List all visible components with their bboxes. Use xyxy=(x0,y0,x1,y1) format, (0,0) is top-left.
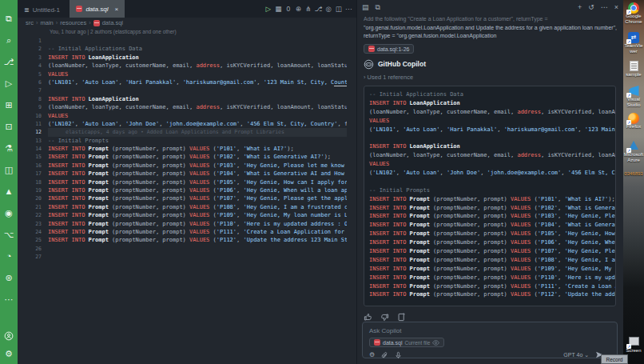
connection-icon[interactable]: 0 xyxy=(284,2,293,15)
settings-gear-icon[interactable]: ⚙ xyxy=(369,351,375,359)
teamviewer-shortcut[interactable]: ⇄↗TeamViewer xyxy=(623,32,644,54)
new-chat-icon[interactable]: + xyxy=(578,0,582,14)
code-line[interactable]: INSERT INTO Prompt (promptNumber, prompt… xyxy=(48,220,350,228)
code-line[interactable]: INSERT INTO Prompt (promptNumber, prompt… xyxy=(48,145,350,153)
line-number: 14 xyxy=(18,145,42,153)
more-views-icon[interactable]: ⋯ xyxy=(0,292,18,306)
tab-data-sql[interactable]: data.sql × xyxy=(70,0,125,18)
response-code-block[interactable]: -- Initial Applications DataINSERT INTO … xyxy=(364,86,616,306)
code-line[interactable]: ('LN102', 'Auto Loan', 'John Doe', 'john… xyxy=(48,120,350,128)
share-icon[interactable]: ⋔ xyxy=(304,2,313,15)
chat-input-box[interactable]: Ask Copilot data.sql Current file ⚙ xyxy=(362,322,618,358)
run-and-debug-icon[interactable]: ▷ xyxy=(0,76,18,90)
code-line[interactable] xyxy=(48,86,350,94)
google-chrome-shortcut[interactable]: ↗Google Chrome xyxy=(623,2,644,25)
gitlens-authors-codelens[interactable]: You, 1 hour ago | 2 authors (elasticapps… xyxy=(50,29,177,34)
breadcrumb-item-main[interactable]: main xyxy=(41,19,54,26)
code-editor[interactable]: You, 1 hour ago | 2 authors (elasticapps… xyxy=(18,28,352,364)
code-line[interactable]: INSERT INTO Prompt (promptNumber, prompt… xyxy=(48,170,350,178)
close-icon[interactable]: × xyxy=(614,0,618,14)
more-icon[interactable]: ⋯ xyxy=(601,0,608,14)
breadcrumb-item-data.sql[interactable]: data.sql xyxy=(93,19,123,26)
graph-extension-icon[interactable]: ⌥ xyxy=(0,227,18,242)
code-line[interactable]: (loanNumber, loanType, customerName, ema… xyxy=(48,62,350,70)
code-line[interactable]: -- Initial Prompts xyxy=(48,137,350,145)
history-icon[interactable]: ↺ xyxy=(588,0,594,14)
testing-flask-icon[interactable]: ⚗ xyxy=(0,141,18,155)
sample-file[interactable]: sample xyxy=(623,61,644,78)
extensions-icon[interactable]: ⊞ xyxy=(0,98,18,112)
manage-settings-icon[interactable]: ⚙ xyxy=(0,346,18,361)
pie-extension-icon[interactable]: ◔ xyxy=(0,249,18,263)
references-icon[interactable]: ◫ xyxy=(0,162,18,177)
code-line[interactable]: INSERT INTO Prompt (promptNumber, prompt… xyxy=(48,236,350,244)
tab-untitled-1[interactable]: ≣ Untitled-1 xyxy=(18,2,66,19)
preview-icon[interactable]: ◎ xyxy=(324,2,333,15)
attachment-chip[interactable]: data.sql:1-26 xyxy=(364,44,414,54)
attachment-label: data.sql:1-26 xyxy=(377,46,409,52)
code-line[interactable]: INSERT INTO Prompt (promptNumber, prompt… xyxy=(48,228,350,236)
response-code-line: ('LN101', 'Auto Loan', 'Hari Panakkal', … xyxy=(369,126,610,134)
editor-scrollbar[interactable] xyxy=(347,28,356,364)
numbered-file[interactable]: 0346893 xyxy=(623,171,644,177)
response-code-line: INSERT INTO LoanApplication xyxy=(369,99,610,108)
code-line[interactable]: ('LN101', 'Auto Loan', 'Hari Panakkal', … xyxy=(48,78,350,86)
branch-icon[interactable]: ⎇ xyxy=(314,2,324,15)
explorer-icon[interactable]: ⧉ xyxy=(0,11,18,26)
code-line[interactable]: (loanNumber, loanType, customerName, ema… xyxy=(48,103,350,111)
edit-session-icon[interactable]: ▤ xyxy=(362,0,369,14)
code-line[interactable]: VALUES xyxy=(48,112,350,120)
code-line[interactable] xyxy=(48,253,350,261)
code-line[interactable]: INSERT INTO Prompt (promptNumber, prompt… xyxy=(48,162,350,170)
attach-paperclip-icon[interactable] xyxy=(381,351,388,359)
results-grid-icon[interactable]: ▦ xyxy=(274,2,284,15)
microsoft-azure-shortcut[interactable]: ↗Microsoft Azure xyxy=(623,140,644,163)
run-query-icon[interactable]: ▷ xyxy=(264,2,273,15)
close-tab-icon[interactable]: × xyxy=(114,6,118,13)
model-picker[interactable]: GPT 4o ⌄ xyxy=(563,352,589,358)
sql-file-icon xyxy=(76,6,82,12)
microphone-icon[interactable] xyxy=(395,351,402,359)
code-line[interactable]: INSERT INTO Prompt (promptNumber, prompt… xyxy=(48,186,350,194)
code-line[interactable]: INSERT INTO LoanApplication xyxy=(48,95,350,103)
thumbs-down-icon[interactable] xyxy=(380,310,390,320)
breadcrumb-item-resources[interactable]: resources xyxy=(60,19,86,26)
breadcrumb-item-src[interactable]: src xyxy=(26,19,34,26)
code-content[interactable]: -- Initial Applications DataINSERT INTO … xyxy=(48,37,350,262)
line-number: 3 xyxy=(18,54,42,62)
firefox-shortcut[interactable]: ↗Firefox xyxy=(623,113,644,130)
used-references-toggle[interactable]: › Used 1 reference xyxy=(364,74,413,81)
current-file-chip[interactable]: data.sql Current file xyxy=(369,338,444,347)
more-actions-icon[interactable]: ⋯ xyxy=(344,2,353,15)
code-line[interactable]: INSERT INTO LoanApplication xyxy=(48,54,350,62)
code-line[interactable]: -- Initial Applications Data xyxy=(48,45,350,53)
code-line[interactable]: INSERT INTO Prompt (promptNumber, prompt… xyxy=(48,211,350,219)
code-line[interactable] xyxy=(48,37,350,45)
open-in-editor-icon[interactable]: ⧉ xyxy=(376,0,380,14)
screenshot-file[interactable]: ↗Screen xyxy=(623,336,644,354)
github-icon[interactable]: ◉ xyxy=(0,206,18,220)
insert-into-file-icon[interactable] xyxy=(397,310,407,320)
search-icon[interactable]: ⌕ xyxy=(0,33,18,47)
code-line[interactable]: INSERT INTO Prompt (promptNumber, prompt… xyxy=(48,203,350,211)
accounts-icon[interactable] xyxy=(0,328,18,342)
thumbs-up-icon[interactable] xyxy=(364,310,373,320)
code-line[interactable]: INSERT INTO Prompt (promptNumber, prompt… xyxy=(48,194,350,202)
remote-explorer-icon[interactable]: ⊡ xyxy=(0,119,18,134)
code-line[interactable] xyxy=(48,245,350,253)
code-line[interactable]: elasticapps, 4 days ago • Added Loan App… xyxy=(48,128,350,136)
sync-extension-icon[interactable]: ⊛ xyxy=(0,270,18,285)
split-editor-icon[interactable]: ◫ xyxy=(334,2,344,15)
line-number: 18 xyxy=(18,178,42,186)
visual-studio-code-shortcut[interactable]: ↗Visual Studio Code xyxy=(623,86,644,108)
response-code-line: INSERT INTO Prompt (promptNumber, prompt… xyxy=(369,212,610,221)
source-control-icon[interactable]: ⎇ xyxy=(0,54,18,69)
code-line[interactable]: INSERT INTO Prompt (promptNumber, prompt… xyxy=(48,178,350,186)
triangle-extension-icon[interactable]: ▲ xyxy=(0,184,18,198)
code-line[interactable]: VALUES xyxy=(48,70,350,78)
database-settings-icon[interactable]: ⊕ xyxy=(294,2,304,15)
chip-filename: data.sql xyxy=(383,340,403,346)
response-code-line: ('LN102', 'Auto Loan', 'John Doe', 'john… xyxy=(369,169,610,178)
response-code-line xyxy=(369,134,610,142)
code-line[interactable]: INSERT INTO Prompt (promptNumber, prompt… xyxy=(48,153,350,161)
